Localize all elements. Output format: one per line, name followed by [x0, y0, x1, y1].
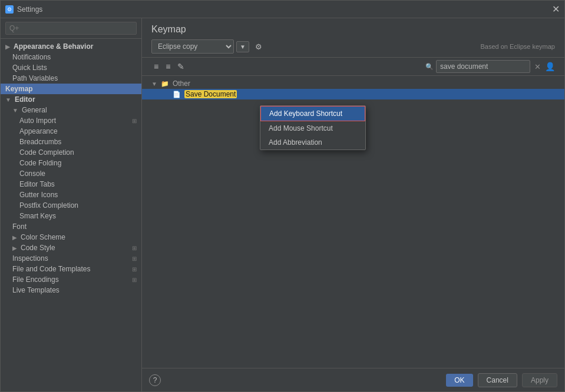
- sidebar-item-label: Gutter Icons: [19, 191, 58, 199]
- window-title: Settings: [17, 5, 42, 14]
- close-button[interactable]: ✕: [551, 5, 560, 14]
- other-group-label: Other: [173, 79, 190, 88]
- sidebar-item-general[interactable]: ▼ General: [1, 105, 141, 115]
- sidebar-item-label: Path Variables: [12, 74, 58, 82]
- sidebar-item-label: File and Code Templates: [12, 265, 91, 273]
- expand-all-button[interactable]: ≡: [151, 61, 161, 72]
- panel-title: Keymap: [151, 24, 555, 35]
- sidebar-item-label: Auto Import: [19, 117, 56, 125]
- save-document-highlight: Save Document: [184, 90, 237, 98]
- badge-icon: ⊞: [132, 245, 137, 251]
- arrow-icon: ▼: [5, 97, 11, 103]
- sidebar-item-label: Console: [19, 170, 45, 178]
- sidebar-item-label: Editor Tabs: [19, 180, 55, 188]
- add-mouse-shortcut-item[interactable]: Add Mouse Shortcut: [260, 121, 365, 135]
- badge-icon: ⊞: [132, 266, 137, 273]
- context-menu-box: Add Keyboard Shortcut Add Mouse Shortcut…: [260, 105, 366, 150]
- sidebar-tree: ▶ Appearance & Behavior Notifications Qu…: [1, 39, 141, 391]
- add-keyboard-shortcut-label: Add Keyboard Shortcut: [269, 109, 342, 118]
- collapse-arrow-icon: ▼: [151, 81, 157, 87]
- sidebar-item-label: Code Folding: [19, 159, 61, 167]
- sidebar-item-label: Live Templates: [12, 286, 60, 294]
- sidebar-item-breadcrumbs[interactable]: Breadcrumbs: [1, 137, 141, 147]
- sidebar-item-editor[interactable]: ▼ Editor: [1, 94, 141, 105]
- sidebar-item-label: Appearance: [19, 127, 58, 135]
- sidebar-item-postfix-completion[interactable]: Postfix Completion: [1, 200, 141, 211]
- sidebar-item-label: Breadcrumbs: [19, 138, 61, 146]
- sidebar-item-appearance-behavior[interactable]: ▶ Appearance & Behavior: [1, 41, 141, 52]
- user-button[interactable]: 👤: [545, 62, 555, 71]
- app-icon: ⚙: [5, 5, 14, 14]
- sidebar-item-file-encodings[interactable]: File Encodings ⊞: [1, 274, 141, 285]
- collapse-all-button[interactable]: ≡: [163, 61, 173, 72]
- ok-button[interactable]: OK: [446, 374, 473, 387]
- add-keyboard-shortcut-item[interactable]: Add Keyboard Shortcut: [260, 106, 365, 121]
- gear-button[interactable]: ⚙: [253, 41, 265, 52]
- cancel-button[interactable]: Cancel: [478, 373, 517, 387]
- sidebar-item-font[interactable]: Font: [1, 221, 141, 232]
- sidebar-item-file-and-code-templates[interactable]: File and Code Templates ⊞: [1, 264, 141, 274]
- sidebar-search-input[interactable]: [5, 22, 137, 35]
- toolbar-row: ≡ ≡ ✎ 🔍 ✕ 👤: [142, 58, 564, 76]
- clear-search-button[interactable]: ✕: [533, 62, 543, 72]
- context-menu: Add Keyboard Shortcut Add Mouse Shortcut…: [260, 105, 366, 150]
- keymap-select-wrap: Eclipse copy ▼: [151, 39, 249, 54]
- folder-icon: 📁: [161, 80, 169, 88]
- keymap-search-input[interactable]: [436, 60, 530, 73]
- sidebar-item-code-completion[interactable]: Code Completion: [1, 147, 141, 158]
- sidebar-item-inspections[interactable]: Inspections ⊞: [1, 253, 141, 264]
- edit-button[interactable]: ✎: [175, 61, 187, 72]
- sidebar-item-label: Postfix Completion: [19, 201, 78, 210]
- sidebar: ▶ Appearance & Behavior Notifications Qu…: [1, 18, 142, 391]
- sidebar-item-label: Notifications: [12, 53, 51, 61]
- sidebar-item-label: Keymap: [5, 85, 33, 93]
- search-icon: 🔍: [425, 63, 434, 71]
- sidebar-item-appearance[interactable]: Appearance: [1, 126, 141, 137]
- sidebar-item-label: General: [22, 106, 47, 114]
- arrow-icon: ▼: [12, 107, 18, 114]
- badge-icon: ⊞: [132, 277, 137, 283]
- sidebar-search-bar: [1, 18, 141, 39]
- keymap-select[interactable]: Eclipse copy: [151, 39, 234, 54]
- sidebar-item-label: Inspections: [12, 254, 48, 263]
- badge-icon: ⊞: [132, 118, 137, 124]
- help-button[interactable]: ?: [149, 374, 161, 386]
- sidebar-item-code-style[interactable]: ▶ Code Style ⊞: [1, 242, 141, 253]
- add-abbreviation-label: Add Abbreviation: [269, 138, 322, 147]
- keymap-dropdown-button[interactable]: ▼: [236, 41, 249, 52]
- sidebar-item-keymap[interactable]: Keymap: [1, 84, 141, 94]
- sidebar-item-label: Editor: [15, 95, 35, 104]
- badge-icon: ⊞: [132, 255, 137, 262]
- sidebar-item-label: Code Style: [21, 244, 55, 252]
- sidebar-item-live-templates[interactable]: Live Templates: [1, 285, 141, 295]
- sidebar-item-label: Color Scheme: [21, 233, 65, 241]
- save-document-row[interactable]: 📄 Save Document Add Keyboard Shortcut Ad…: [142, 89, 564, 99]
- sidebar-item-label: Code Completion: [19, 148, 74, 157]
- arrow-icon: ▶: [12, 234, 17, 241]
- sidebar-item-notifications[interactable]: Notifications: [1, 52, 141, 62]
- keymap-tree-area: ▼ 📁 Other 📄 Save Document Add Keyboard S…: [142, 76, 564, 368]
- add-abbreviation-item[interactable]: Add Abbreviation: [260, 135, 365, 150]
- add-mouse-shortcut-label: Add Mouse Shortcut: [269, 124, 333, 132]
- sidebar-item-editor-tabs[interactable]: Editor Tabs: [1, 179, 141, 190]
- sidebar-item-color-scheme[interactable]: ▶ Color Scheme: [1, 232, 141, 242]
- sidebar-item-smart-keys[interactable]: Smart Keys: [1, 211, 141, 221]
- main-content: ▶ Appearance & Behavior Notifications Qu…: [1, 18, 564, 391]
- other-group-item[interactable]: ▼ 📁 Other: [142, 78, 564, 89]
- sidebar-item-console[interactable]: Console: [1, 168, 141, 179]
- sidebar-item-auto-import[interactable]: Auto Import ⊞: [1, 115, 141, 126]
- based-on-label: Based on Eclipse keymap: [480, 43, 555, 50]
- sidebar-item-path-variables[interactable]: Path Variables: [1, 73, 141, 84]
- search-wrap: 🔍 ✕ 👤: [425, 60, 555, 73]
- sidebar-item-gutter-icons[interactable]: Gutter Icons: [1, 190, 141, 200]
- sidebar-item-label: Smart Keys: [19, 212, 56, 220]
- sidebar-item-code-folding[interactable]: Code Folding: [1, 158, 141, 168]
- title-bar: ⚙ Settings ✕: [1, 1, 564, 18]
- keymap-controls: Eclipse copy ▼ ⚙ Based on Eclipse keymap: [151, 39, 555, 54]
- file-icon: 📄: [173, 91, 181, 98]
- apply-button[interactable]: Apply: [522, 373, 557, 387]
- settings-window: ⚙ Settings ✕ ▶ Appearance & Behavior Not…: [0, 0, 565, 392]
- right-panel: Keymap Eclipse copy ▼ ⚙ Based on Eclipse…: [142, 18, 564, 391]
- sidebar-item-quick-lists[interactable]: Quick Lists: [1, 62, 141, 73]
- sidebar-item-label: File Encodings: [12, 275, 59, 284]
